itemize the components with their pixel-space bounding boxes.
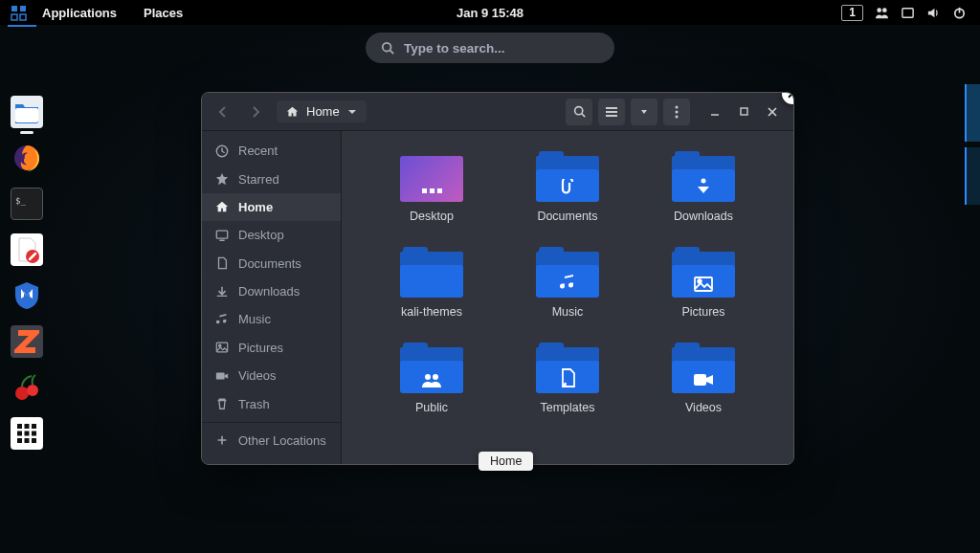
activities-button[interactable] [10, 3, 29, 22]
file-label: Videos [685, 401, 722, 414]
svg-rect-1 [20, 6, 26, 11]
hamburger-menu-button[interactable] [663, 99, 690, 125]
svg-point-26 [574, 107, 582, 115]
folder-documents[interactable]: Documents [504, 152, 631, 248]
svg-point-32 [676, 110, 679, 113]
file-label: Desktop [410, 210, 454, 223]
svg-point-16 [27, 385, 38, 396]
applications-menu[interactable]: Applications [29, 6, 130, 20]
sidebar-item-trash[interactable]: Trash [202, 389, 341, 417]
svg-rect-17 [17, 424, 22, 429]
svg-rect-0 [11, 6, 17, 11]
file-label: kali-themes [401, 305, 462, 319]
svg-point-33 [676, 115, 679, 118]
dock-app-files[interactable] [11, 96, 43, 128]
sidebar-item-documents[interactable]: Documents [202, 250, 341, 277]
svg-text:$_: $_ [15, 196, 26, 206]
folder-pictures[interactable]: Pictures [640, 248, 767, 343]
folder-music[interactable]: Music [504, 248, 631, 343]
dock-app-cherrytree[interactable] [11, 371, 43, 404]
sidebar-item-label: Desktop [238, 228, 284, 242]
svg-point-31 [676, 105, 679, 108]
svg-rect-11 [15, 108, 38, 122]
activities-underline [8, 25, 36, 27]
sidebar-item-label: Documents [238, 256, 301, 271]
file-label: Documents [537, 210, 597, 223]
view-menu-button[interactable] [631, 99, 657, 125]
svg-rect-54 [694, 374, 706, 386]
search-bar[interactable]: Type to search... [366, 33, 614, 63]
sidebar: Recent Starred Home Desktop Documents Do… [202, 131, 342, 464]
workspace-indicator[interactable]: 1 [841, 5, 863, 21]
svg-rect-3 [20, 14, 26, 20]
sidebar-item-label: Starred [238, 172, 279, 187]
path-bar[interactable]: Home [277, 100, 367, 122]
volume-icon[interactable] [926, 6, 941, 20]
places-menu[interactable]: Places [130, 6, 196, 20]
svg-rect-48 [437, 188, 442, 193]
dock-app-burpsuite[interactable] [11, 325, 43, 358]
sidebar-item-videos[interactable]: Videos [202, 362, 341, 389]
folder-desktop[interactable]: Desktop [368, 152, 495, 248]
sidebar-item-home[interactable]: Home [202, 193, 341, 221]
sidebar-item-other-locations[interactable]: Other Locations [202, 427, 341, 454]
sidebar-item-desktop[interactable]: Desktop [202, 221, 341, 249]
svg-rect-43 [216, 372, 225, 379]
workspace-switcher[interactable] [965, 84, 980, 205]
file-grid[interactable]: Desktop Documents Downloads kali-themes … [342, 131, 793, 464]
dock-app-firefox[interactable] [11, 142, 43, 174]
svg-rect-22 [32, 431, 36, 436]
svg-rect-30 [606, 115, 617, 117]
chevron-down-icon [347, 107, 357, 117]
folder-downloads[interactable]: Downloads [640, 152, 767, 248]
search-button[interactable] [566, 99, 592, 125]
file-label: Templates [541, 401, 595, 414]
workspace-thumb[interactable] [965, 147, 980, 205]
sidebar-item-recent[interactable]: Recent [202, 137, 341, 165]
sidebar-item-pictures[interactable]: Pictures [202, 334, 341, 362]
svg-point-49 [702, 179, 706, 184]
folder-public[interactable]: Public [368, 343, 495, 439]
close-button[interactable] [759, 99, 786, 125]
svg-line-27 [581, 114, 584, 117]
clock[interactable]: Jan 9 15:48 [457, 6, 523, 20]
dock: $_ [0, 96, 54, 450]
svg-rect-21 [25, 431, 30, 436]
folder-kali-themes[interactable]: kali-themes [368, 248, 495, 343]
workspace-thumb[interactable] [965, 84, 980, 142]
maximize-button[interactable] [730, 99, 757, 125]
svg-rect-39 [216, 231, 227, 238]
sidebar-item-label: Home [238, 200, 273, 214]
sidebar-item-music[interactable]: Music [202, 305, 341, 333]
minimize-button[interactable] [702, 99, 728, 125]
file-label: Downloads [674, 210, 733, 223]
power-icon[interactable] [952, 6, 967, 20]
svg-rect-19 [32, 424, 36, 429]
svg-rect-20 [17, 431, 22, 436]
view-toggle-button[interactable] [598, 99, 625, 125]
home-icon [286, 105, 299, 118]
record-icon[interactable] [901, 6, 915, 20]
svg-rect-28 [606, 107, 617, 109]
svg-point-9 [383, 43, 391, 52]
status-icon[interactable] [875, 6, 889, 20]
folder-videos[interactable]: Videos [640, 343, 767, 439]
sidebar-item-label: Trash [238, 397, 270, 411]
svg-point-53 [433, 374, 438, 380]
dock-app-metasploit[interactable] [11, 279, 43, 312]
sidebar-item-label: Other Locations [238, 433, 326, 448]
search-placeholder: Type to search... [404, 41, 505, 55]
dock-app-text-editor[interactable] [11, 233, 43, 266]
nav-forward-button[interactable] [242, 99, 269, 125]
dock-app-terminal[interactable]: $_ [11, 188, 43, 220]
svg-rect-29 [606, 111, 617, 113]
svg-rect-47 [430, 188, 434, 193]
svg-rect-25 [32, 438, 36, 443]
folder-templates[interactable]: Templates [504, 343, 631, 439]
svg-rect-2 [11, 14, 17, 20]
sidebar-item-downloads[interactable]: Downloads [202, 277, 341, 305]
svg-point-15 [15, 387, 29, 400]
sidebar-item-starred[interactable]: Starred [202, 165, 341, 192]
nav-back-button[interactable] [210, 99, 236, 125]
dock-app-grid[interactable] [11, 417, 43, 450]
